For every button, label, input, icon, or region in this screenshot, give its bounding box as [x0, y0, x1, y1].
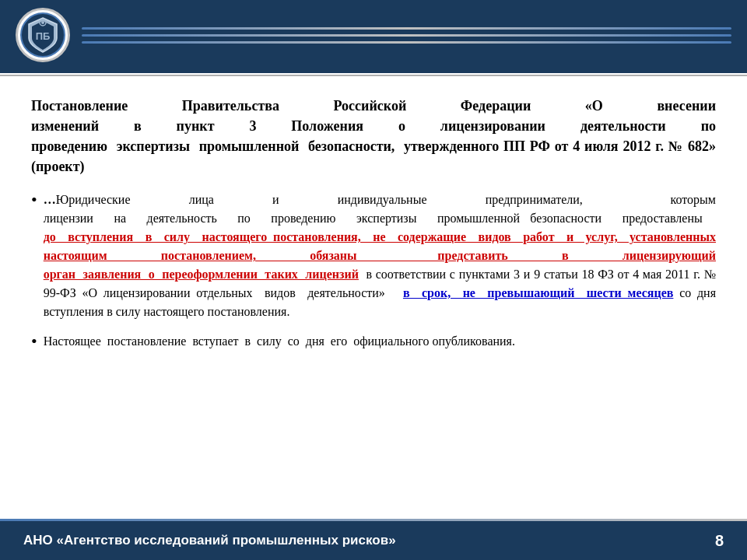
- footer-page-number: 8: [715, 532, 724, 550]
- bullet-list: • …Юридические лица и индивидуальные пре…: [31, 191, 716, 353]
- bullet-dot-2: •: [31, 331, 37, 353]
- header-bottom-decoration: [0, 70, 747, 76]
- svg-text:ПБ: ПБ: [36, 30, 51, 42]
- main-content: Постановление Правительства Российской Ф…: [0, 76, 747, 519]
- title-text: Постановление Правительства Российской Ф…: [31, 96, 716, 177]
- red-text-1: до вступления в силу настоящего постанов…: [44, 230, 716, 281]
- header-line-2: [82, 34, 731, 37]
- header: ПБ: [0, 0, 747, 70]
- footer: АНО «Агентство исследований промышленных…: [0, 521, 747, 560]
- bullet-text-1: …Юридические лица и индивидуальные предп…: [44, 191, 716, 321]
- header-line-3: [82, 41, 731, 44]
- bullet-text-2: Настоящее постановление вступает в силу …: [44, 332, 515, 351]
- svg-point-2: [41, 21, 44, 24]
- blue-text-1: в срок, не превышающий шести месяцев: [403, 286, 673, 299]
- header-line-1: [82, 27, 731, 30]
- logo: ПБ: [16, 8, 70, 62]
- header-decoration: [82, 27, 731, 44]
- footer-organization: АНО «Агентство исследований промышленных…: [23, 533, 396, 548]
- title-block: Постановление Правительства Российской Ф…: [31, 96, 716, 177]
- deco-line-blue: [0, 70, 747, 73]
- bullet-item-2: • Настоящее постановление вступает в сил…: [31, 332, 716, 353]
- logo-inner: ПБ: [20, 12, 65, 58]
- slide: ПБ Постановление Правительства Российско…: [0, 0, 747, 560]
- shield-icon: ПБ: [27, 16, 58, 54]
- bullet-item-1: • …Юридические лица и индивидуальные пре…: [31, 191, 716, 321]
- ellipsis-1: …: [44, 193, 56, 206]
- bullet-dot-1: •: [31, 189, 37, 212]
